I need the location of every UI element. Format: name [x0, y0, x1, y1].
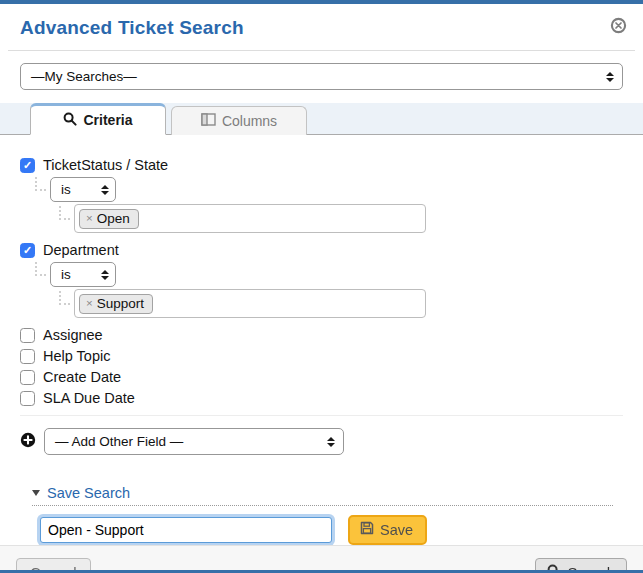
save-search-section: Save Search [32, 482, 613, 506]
checkbox-assignee[interactable] [20, 328, 35, 343]
tab-criteria[interactable]: Criteria [30, 103, 166, 135]
checkbox-sla-due-date[interactable] [20, 391, 35, 406]
plus-circle-icon [20, 432, 36, 452]
magnifier-icon [547, 564, 561, 573]
dialog-footer: Cancel Search [0, 545, 643, 573]
stepper-up-down-icon [101, 185, 109, 195]
tree-elbow-connector [59, 206, 70, 220]
field-label-ticketstatus: TicketStatus / State [43, 157, 168, 173]
operator-select-department[interactable]: is [50, 262, 116, 287]
operator-select-ticketstatus[interactable]: is [50, 177, 116, 202]
tab-columns[interactable]: Columns [171, 106, 307, 135]
save-search-form: Save [40, 515, 603, 545]
field-row-create-date: Create Date [20, 369, 623, 385]
add-other-field-value: — Add Other Field — [55, 434, 321, 449]
tree-elbow-connector [35, 262, 46, 276]
advanced-ticket-search-dialog: Advanced Ticket Search —My Searches— [0, 0, 643, 573]
magnifier-icon [63, 112, 77, 129]
save-button[interactable]: Save [348, 515, 427, 545]
tab-columns-label: Columns [222, 113, 277, 129]
save-search-toggle[interactable]: Save Search [32, 485, 130, 501]
token-input-ticketstatus[interactable]: × Open [74, 204, 426, 233]
field-label-sla-due-date: SLA Due Date [43, 390, 135, 406]
tab-strip: Criteria Columns [0, 103, 643, 135]
operator-row-department: is [35, 262, 623, 287]
close-button[interactable] [609, 18, 627, 36]
add-field-row: — Add Other Field — [20, 415, 623, 455]
field-row-department: Department [20, 242, 623, 258]
cancel-button[interactable]: Cancel [16, 558, 91, 573]
table-columns-icon [201, 113, 216, 129]
dialog-title: Advanced Ticket Search [20, 17, 627, 39]
remove-token-icon[interactable]: × [86, 297, 93, 309]
field-label-assignee: Assignee [43, 327, 103, 343]
operator-value: is [61, 267, 95, 282]
stepper-up-down-icon [327, 437, 335, 447]
save-search-toggle-label: Save Search [47, 485, 130, 501]
field-row-assignee: Assignee [20, 327, 623, 343]
dialog-header: Advanced Ticket Search [0, 4, 643, 51]
field-row-help-topic: Help Topic [20, 348, 623, 364]
search-button[interactable]: Search [535, 558, 627, 573]
cancel-button-label: Cancel [30, 564, 77, 573]
triangle-down-icon [32, 490, 40, 496]
checkbox-help-topic[interactable] [20, 349, 35, 364]
operator-row-ticketstatus: is [35, 177, 623, 202]
header-divider [8, 50, 635, 51]
checkbox-ticketstatus[interactable] [20, 158, 35, 173]
stepper-up-down-icon [606, 72, 614, 82]
circle-x-icon [610, 17, 627, 38]
my-searches-select[interactable]: —My Searches— [20, 63, 623, 90]
field-row-ticketstatus: TicketStatus / State [20, 157, 623, 173]
checkbox-create-date[interactable] [20, 370, 35, 385]
floppy-disk-icon [360, 521, 374, 538]
field-label-department: Department [43, 242, 119, 258]
token-input-department[interactable]: × Support [74, 289, 426, 318]
remove-token-icon[interactable]: × [86, 212, 93, 224]
add-other-field-select[interactable]: — Add Other Field — [44, 428, 344, 455]
value-row-ticketstatus: × Open [59, 204, 623, 233]
checkbox-department[interactable] [20, 243, 35, 258]
search-button-label: Search [567, 564, 615, 573]
tree-elbow-connector [59, 291, 70, 305]
token-chip-label: Open [97, 211, 130, 226]
field-label-help-topic: Help Topic [43, 348, 110, 364]
my-searches-selected-value: —My Searches— [31, 69, 600, 84]
search-name-input[interactable] [40, 517, 332, 543]
value-row-department: × Support [59, 289, 623, 318]
token-chip[interactable]: × Support [79, 294, 153, 314]
tab-criteria-label: Criteria [83, 112, 132, 128]
criteria-panel: TicketStatus / State is × Open Departmen… [0, 135, 643, 545]
field-row-sla-due-date: SLA Due Date [20, 390, 623, 406]
tree-elbow-connector [35, 177, 46, 191]
stepper-up-down-icon [101, 270, 109, 280]
save-button-label: Save [380, 522, 413, 538]
token-chip[interactable]: × Open [79, 209, 139, 229]
operator-value: is [61, 182, 95, 197]
field-label-create-date: Create Date [43, 369, 121, 385]
token-chip-label: Support [97, 296, 144, 311]
